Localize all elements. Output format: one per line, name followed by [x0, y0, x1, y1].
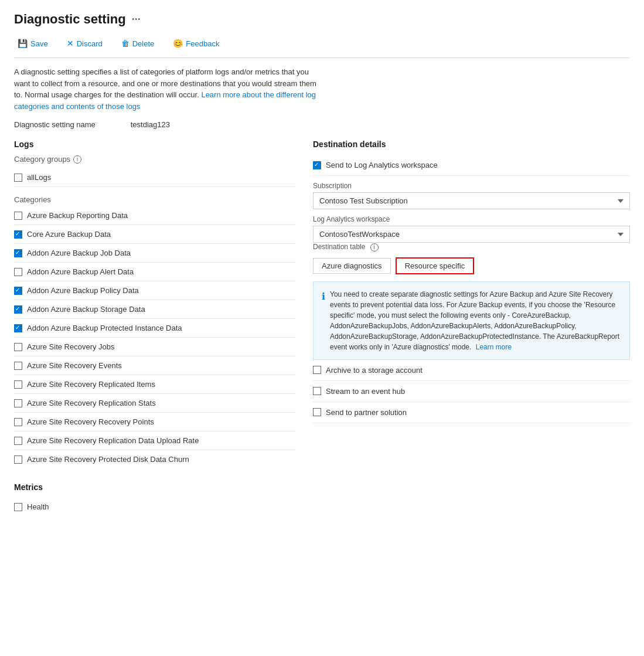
destination-table-tabs: Azure diagnostics Resource specific	[313, 257, 630, 274]
cat11-label: Azure Site Recovery Replication Stats	[27, 399, 156, 407]
cat2-checkbox[interactable]	[14, 230, 22, 239]
cat9-label: Azure Site Recovery Events	[27, 361, 122, 370]
toolbar: 💾 Save ✕ Discard 🗑 Delete 😊 Feedback	[14, 36, 630, 58]
feedback-icon: 😊	[173, 39, 183, 48]
subscription-select[interactable]: Contoso Test Subscription	[313, 192, 630, 209]
destination-info-box: ℹ You need to create separate diagnostic…	[313, 281, 630, 360]
cat3-checkbox[interactable]	[14, 249, 22, 257]
cat6-checkbox[interactable]	[14, 305, 22, 314]
log-analytics-workspace-field: Log Analytics workspace ContosoTestWorks…	[313, 215, 630, 243]
info-box-content: You need to create separate diagnostic s…	[330, 289, 621, 352]
page-title-ellipsis: ···	[132, 13, 141, 26]
log-analytics-workspace-label: Log Analytics workspace	[313, 215, 630, 223]
cat13-row: Azure Site Recovery Replication Data Upl…	[14, 431, 295, 450]
health-checkbox[interactable]	[14, 503, 22, 511]
discard-icon: ✕	[67, 39, 74, 48]
delete-button[interactable]: 🗑 Delete	[118, 36, 158, 50]
cat5-row: Addon Azure Backup Policy Data	[14, 281, 295, 300]
page-title: Diagnostic setting ···	[14, 12, 630, 27]
cat4-row: Addon Azure Backup Alert Data	[14, 263, 295, 281]
subscription-field: Subscription Contoso Test Subscription	[313, 182, 630, 209]
cat10-label: Azure Site Recovery Replicated Items	[27, 380, 155, 389]
left-panel: Logs Category groups i allLogs Categorie…	[14, 140, 295, 516]
categories-label: Categories	[14, 195, 295, 204]
info-box-learn-more-link[interactable]: Learn more	[476, 343, 512, 351]
cat14-checkbox[interactable]	[14, 456, 22, 464]
cat8-label: Azure Site Recovery Jobs	[27, 342, 115, 351]
archive-storage-label: Archive to a storage account	[326, 366, 422, 375]
delete-icon: 🗑	[121, 39, 130, 48]
cat13-checkbox[interactable]	[14, 437, 22, 445]
cat13-label: Azure Site Recovery Replication Data Upl…	[27, 436, 199, 445]
send-log-analytics-row: Send to Log Analytics workspace	[313, 155, 630, 176]
cat7-row: Addon Azure Backup Protected Instance Da…	[14, 319, 295, 338]
description: A diagnostic setting specifies a list of…	[14, 66, 319, 112]
cat3-row: Addon Azure Backup Job Data	[14, 244, 295, 263]
cat12-row: Azure Site Recovery Recovery Points	[14, 413, 295, 431]
cat9-row: Azure Site Recovery Events	[14, 356, 295, 375]
cat1-checkbox[interactable]	[14, 212, 22, 220]
resource-specific-tab[interactable]: Resource specific	[396, 257, 475, 274]
send-partner-row: Send to partner solution	[313, 402, 630, 423]
cat1-row: Azure Backup Reporting Data	[14, 206, 295, 225]
send-log-analytics-label: Send to Log Analytics workspace	[326, 161, 438, 169]
azure-diagnostics-tab[interactable]: Azure diagnostics	[313, 258, 391, 274]
cat7-label: Addon Azure Backup Protected Instance Da…	[27, 324, 182, 332]
log-analytics-workspace-select[interactable]: ContosoTestWorkspace	[313, 226, 630, 243]
cat12-label: Azure Site Recovery Recovery Points	[27, 417, 154, 426]
all-logs-checkbox[interactable]	[14, 174, 22, 182]
cat8-row: Azure Site Recovery Jobs	[14, 338, 295, 356]
diagnostic-setting-name-row: Diagnostic setting name testdiag123	[14, 120, 630, 129]
metrics-section-title: Metrics	[14, 482, 295, 492]
cat10-checkbox[interactable]	[14, 380, 22, 389]
cat1-label: Azure Backup Reporting Data	[27, 211, 128, 220]
cat2-row: Core Azure Backup Data	[14, 225, 295, 244]
diag-name-label: Diagnostic setting name	[14, 120, 96, 129]
category-groups-label: Category groups i	[14, 155, 295, 164]
health-row: Health	[14, 498, 295, 516]
category-groups-info-icon: i	[73, 155, 81, 164]
cat4-checkbox[interactable]	[14, 268, 22, 276]
logs-section-title: Logs	[14, 140, 295, 149]
cat5-label: Addon Azure Backup Policy Data	[27, 286, 139, 295]
all-logs-row: allLogs	[14, 168, 295, 187]
destination-table-label: Destination table i	[313, 243, 630, 251]
save-icon: 💾	[18, 39, 28, 48]
feedback-button[interactable]: 😊 Feedback	[169, 36, 223, 50]
cat11-checkbox[interactable]	[14, 399, 22, 407]
discard-button[interactable]: ✕ Discard	[63, 36, 106, 50]
send-partner-checkbox[interactable]	[313, 408, 321, 416]
main-layout: Logs Category groups i allLogs Categorie…	[14, 140, 630, 516]
send-partner-label: Send to partner solution	[326, 408, 407, 417]
cat4-label: Addon Azure Backup Alert Data	[27, 267, 134, 276]
cat6-label: Addon Azure Backup Storage Data	[27, 305, 145, 314]
cat8-checkbox[interactable]	[14, 343, 22, 351]
diag-name-value: testdiag123	[131, 120, 170, 129]
right-panel: Destination details Send to Log Analytic…	[313, 140, 630, 516]
categories-section: Categories Azure Backup Reporting Data C…	[14, 195, 295, 468]
metrics-section: Metrics Health	[14, 482, 295, 516]
archive-storage-checkbox[interactable]	[313, 366, 321, 374]
send-log-analytics-checkbox[interactable]	[313, 161, 321, 169]
cat14-label: Azure Site Recovery Protected Disk Data …	[27, 455, 189, 464]
health-label: Health	[27, 502, 49, 511]
cat10-row: Azure Site Recovery Replicated Items	[14, 375, 295, 394]
stream-event-hub-row: Stream to an event hub	[313, 381, 630, 402]
info-box-icon: ℹ	[322, 290, 325, 352]
subscription-label: Subscription	[313, 182, 630, 190]
cat14-row: Azure Site Recovery Protected Disk Data …	[14, 450, 295, 468]
stream-event-hub-checkbox[interactable]	[313, 387, 321, 395]
cat7-checkbox[interactable]	[14, 324, 22, 332]
cat2-label: Core Azure Backup Data	[27, 230, 111, 239]
stream-event-hub-label: Stream to an event hub	[326, 387, 405, 396]
cat11-row: Azure Site Recovery Replication Stats	[14, 394, 295, 413]
cat9-checkbox[interactable]	[14, 362, 22, 370]
all-logs-label: allLogs	[27, 173, 51, 182]
archive-storage-row: Archive to a storage account	[313, 360, 630, 381]
cat12-checkbox[interactable]	[14, 418, 22, 426]
destination-table-info-icon: i	[370, 243, 379, 251]
cat5-checkbox[interactable]	[14, 287, 22, 295]
save-button[interactable]: 💾 Save	[14, 36, 52, 50]
destination-table-field: Destination table i Azure diagnostics Re…	[313, 243, 630, 274]
cat3-label: Addon Azure Backup Job Data	[27, 249, 131, 257]
